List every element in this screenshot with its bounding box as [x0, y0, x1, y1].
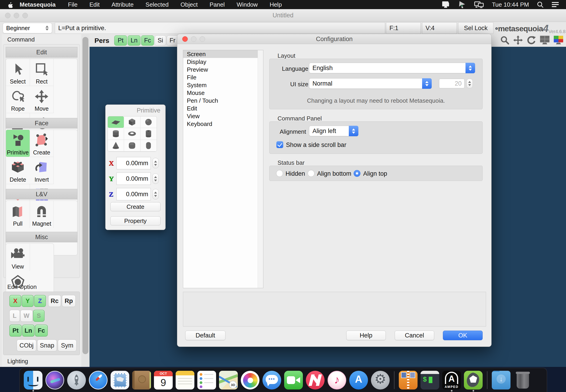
rotate-view-icon[interactable] [526, 35, 536, 45]
shape-cylinder[interactable] [108, 128, 124, 140]
command-magnet[interactable]: Magnet [30, 201, 54, 228]
shape-sphere[interactable] [140, 116, 157, 128]
menu-app-name[interactable]: Metasequoia [13, 1, 62, 8]
list-scrollbar[interactable] [258, 50, 263, 288]
section-header-misc[interactable]: Misc [6, 232, 77, 242]
side-scrollbar-checkbox[interactable] [276, 141, 283, 148]
mode-select[interactable]: Beginner [3, 23, 52, 33]
ok-button[interactable]: OK [443, 331, 483, 340]
dock-item-messages[interactable]: ••• [262, 371, 281, 390]
primitive-property-button[interactable]: Property [110, 216, 161, 225]
key-rc[interactable]: Rc [48, 295, 61, 307]
ui-size-stepper[interactable] [466, 79, 473, 88]
dock-item-trash[interactable] [513, 371, 532, 390]
menu-clock[interactable]: Tue 10:44 PM [492, 1, 529, 8]
key-snap[interactable]: Snap [37, 339, 57, 351]
command-view[interactable]: View [6, 244, 30, 271]
key-w[interactable]: W [20, 310, 33, 322]
menu-edit[interactable]: Edit [83, 1, 105, 8]
list-item-pen-touch[interactable]: Pen / Touch [183, 97, 263, 104]
dock-item-siri[interactable] [45, 371, 64, 390]
list-item-display[interactable]: Display [183, 58, 263, 66]
zoom-tool-icon[interactable] [500, 35, 510, 45]
dock-item-mail[interactable] [111, 371, 129, 390]
dock-item-maps[interactable]: 3D [219, 371, 238, 390]
dock-item-finder[interactable] [24, 371, 43, 390]
command-invert[interactable]: Invert [30, 157, 54, 184]
spotlight-icon[interactable] [537, 1, 544, 8]
command-delete[interactable]: Delete [6, 157, 30, 184]
list-item-view[interactable]: View [183, 112, 263, 120]
menu-attribute[interactable]: Attribute [105, 1, 140, 8]
command-pull[interactable]: Pull [6, 201, 30, 228]
screen-share-icon[interactable] [458, 1, 466, 8]
config-titlebar[interactable]: Configuration [177, 34, 491, 44]
key-y[interactable]: Y [22, 295, 34, 307]
tab-ln[interactable]: Ln [128, 35, 140, 46]
lighting-section-title[interactable]: Lighting [7, 358, 28, 365]
dock-item-safari[interactable] [89, 371, 108, 390]
command-primitive[interactable]: Primitive [6, 130, 30, 157]
menu-object[interactable]: Object [175, 1, 204, 8]
menu-help[interactable]: Help [264, 1, 288, 8]
axis-z-stepper[interactable] [152, 189, 159, 199]
command-select[interactable]: Select [6, 59, 30, 86]
ui-size-number-input[interactable]: 20 [439, 79, 465, 88]
dock-item-metasequoia[interactable] [464, 371, 483, 390]
language-select[interactable]: English [309, 63, 475, 73]
list-item-mouse[interactable]: Mouse [183, 89, 263, 97]
shape-cube[interactable] [124, 116, 140, 128]
list-item-file[interactable]: File [183, 73, 263, 81]
command-panel-scrollbar[interactable] [81, 34, 89, 367]
axis-y-stepper[interactable] [152, 173, 159, 184]
dock-item-itunes[interactable]: ♪ [328, 371, 346, 390]
quad-view-icon[interactable] [553, 35, 564, 45]
dock-item-notes[interactable] [176, 371, 194, 390]
section-header-face[interactable]: Face [6, 118, 77, 128]
notification-center-icon[interactable] [551, 1, 559, 8]
key-z[interactable]: Z [34, 295, 46, 307]
list-item-screen[interactable]: Screen [183, 50, 263, 58]
alignment-select[interactable]: Align left [309, 126, 358, 136]
cancel-button[interactable]: Cancel [395, 331, 434, 340]
help-button[interactable]: Help [346, 331, 386, 340]
key-sym[interactable]: Sym [58, 339, 76, 351]
dock-item-reminders[interactable] [197, 371, 216, 390]
list-item-keyboard[interactable]: Keyboard [183, 120, 263, 128]
tab-pers[interactable]: Pers [92, 35, 111, 46]
radio-hidden[interactable] [276, 170, 283, 177]
dock-item-launchpad[interactable] [67, 371, 86, 390]
key-cobj[interactable]: CObj [17, 339, 36, 351]
shape-capsule[interactable] [140, 140, 157, 152]
section-header-edit[interactable]: Edit [6, 47, 77, 57]
key-rp[interactable]: Rp [62, 295, 75, 307]
command-create[interactable]: Create [30, 130, 54, 157]
default-button[interactable]: Default [185, 331, 225, 340]
scrollbar-thumb[interactable] [82, 37, 89, 354]
single-view-icon[interactable] [539, 35, 550, 45]
axis-x-stepper[interactable] [152, 158, 159, 168]
sel-lock-button[interactable]: Sel Lock [458, 22, 493, 34]
apple-menu-icon[interactable] [7, 1, 13, 8]
shape-torus[interactable] [124, 128, 140, 140]
dock-item-facetime[interactable] [284, 371, 303, 390]
radio-align-bottom[interactable] [308, 170, 314, 177]
key-pt[interactable]: Pt [9, 325, 22, 336]
pan-tool-icon[interactable] [513, 35, 523, 45]
display-status-icon[interactable] [441, 1, 450, 8]
key-fc[interactable]: Fc [35, 325, 48, 336]
list-item-system[interactable]: System [183, 81, 263, 89]
menu-file[interactable]: File [62, 1, 84, 8]
command-rect[interactable]: Rect [30, 59, 54, 86]
key-l[interactable]: L [9, 310, 20, 322]
dock-item-news[interactable] [306, 371, 325, 390]
command-rope[interactable]: Rope [6, 86, 30, 113]
primitive-create-button[interactable]: Create [110, 202, 161, 211]
menu-panel[interactable]: Panel [204, 1, 231, 8]
tab-fr[interactable]: Fr [167, 35, 178, 46]
dock-item-amped[interactable]: A AMPED [442, 371, 461, 390]
dock-item-contacts[interactable] [132, 371, 151, 390]
shape-cone[interactable] [108, 140, 124, 152]
axis-z-input[interactable]: 0.00mm [117, 188, 151, 200]
dock-item-terminal[interactable]: $ [420, 371, 439, 390]
